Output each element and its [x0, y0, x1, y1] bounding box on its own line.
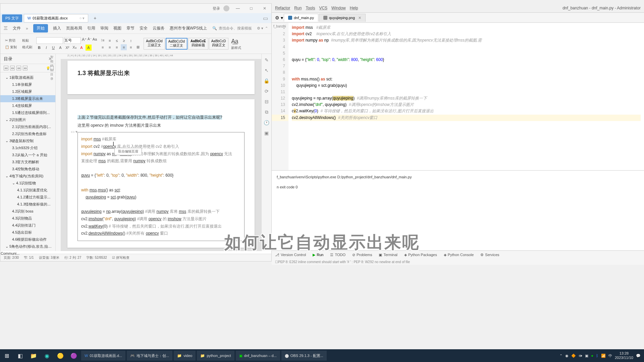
- task-obs[interactable]: ⬤OBS 29.1.3 - 配置...: [281, 351, 327, 361]
- toc-item[interactable]: 4.1.2通过方框显示...: [0, 194, 55, 201]
- pep-checkbox[interactable]: ☐: [275, 260, 278, 264]
- tray-app-icon[interactable]: ▣: [585, 354, 588, 358]
- minimize-button[interactable]: —: [233, 5, 243, 12]
- font-size-select[interactable]: [64, 37, 81, 44]
- font-decrease-icon[interactable]: A⁻: [88, 37, 92, 44]
- breadcrumb[interactable]: f_banzhi: [273, 24, 286, 28]
- doc-para-2[interactable]: 这里用 opencv 的 imshow 方法将图片显示出来: [77, 122, 245, 129]
- align-right-icon[interactable]: ≡: [114, 44, 120, 50]
- menu-chapter[interactable]: 章节: [126, 25, 135, 31]
- underline-button[interactable]: U: [50, 45, 56, 51]
- search-placeholder[interactable]: 查找命令、搜索模板: [219, 26, 252, 31]
- task-pycharm[interactable]: ▣dnf_banzhuan – d...: [236, 351, 280, 361]
- run-config-icon[interactable]: ⚙ ▾: [275, 14, 283, 22]
- tabs-menu-icon[interactable]: ▭: [263, 15, 268, 21]
- toc-item[interactable]: 3.3官方文档解析: [0, 159, 55, 166]
- menu-insert[interactable]: 插入: [53, 25, 61, 31]
- status-page[interactable]: 页面: 2/30: [4, 255, 19, 260]
- cursor-icon[interactable]: ↖: [265, 68, 269, 73]
- toc-tool-4[interactable]: ▭: [23, 66, 28, 70]
- toc-item[interactable]: 1.2区域截屏: [0, 88, 55, 95]
- bt-services[interactable]: ⚙ Services: [480, 253, 499, 257]
- task-dnf-game[interactable]: 🎮地下城与勇士：创...: [127, 351, 172, 361]
- copy-button[interactable]: 📋复制: [4, 44, 18, 50]
- menu-cloud[interactable]: 云服务: [153, 25, 165, 31]
- page-margin-icon[interactable]: ▭ ▾: [71, 129, 77, 134]
- bold-button[interactable]: B: [36, 45, 42, 51]
- toc-tool-1[interactable]: ▭: [4, 66, 8, 70]
- menu-run[interactable]: Run: [294, 6, 302, 10]
- page-footer-tooltip[interactable]: 双击编辑页眉: [114, 148, 142, 155]
- numbering-icon[interactable]: ≡: [107, 38, 113, 44]
- menu-help[interactable]: Help: [350, 6, 358, 10]
- menu-quote[interactable]: 引用: [87, 25, 95, 31]
- doc-scroll[interactable]: 2 | 4 | 6 | 8 | 10 | 12 | 14 | 16 | 18 |…: [61, 54, 261, 251]
- strike-button[interactable]: A: [57, 45, 63, 51]
- format-painter-button[interactable]: 格式刷: [21, 44, 34, 50]
- status-section[interactable]: 节: 1/1: [24, 255, 34, 260]
- menu-vcs[interactable]: VCS: [319, 6, 327, 10]
- toc-tool-2[interactable]: ▭: [10, 66, 15, 70]
- wps-logo-tab[interactable]: PS 文字: [2, 14, 22, 22]
- tray-volume-icon[interactable]: 🕪: [579, 354, 582, 358]
- pencil-icon[interactable]: ✎: [265, 57, 269, 63]
- menu-tools[interactable]: Tools: [306, 6, 315, 10]
- tray-qq-icon[interactable]: 🔶: [571, 354, 576, 358]
- menu-layout[interactable]: 页面布局: [66, 25, 82, 31]
- bt-console[interactable]: ◈ Python Console: [444, 253, 474, 257]
- doc-para-1[interactable]: 上面 2 节做完以后是将截图保存到文件,然后手动打开，如何让它自动显示出来呢?: [77, 114, 245, 121]
- taskview-icon[interactable]: ◧: [13, 349, 27, 362]
- toc-item[interactable]: ⌄ 4地下城内(当前房间): [0, 173, 55, 180]
- indent-inc-icon[interactable]: ≥: [121, 38, 127, 44]
- start-button[interactable]: ⊞: [0, 349, 13, 362]
- line-numbers-gutter[interactable]: 123456789101112131415: [272, 23, 288, 170]
- toc-item[interactable]: 4.5选出目标: [0, 229, 55, 236]
- font-family-select[interactable]: [36, 37, 63, 44]
- toc-item[interactable]: 5.1方位: [0, 250, 55, 251]
- ruler-horizontal[interactable]: 2 | 4 | 6 | 8 | 10 | 12 | 14 | 16 | 18 |…: [61, 54, 261, 59]
- style-box-4[interactable]: AaBbCcD四级正文: [209, 38, 228, 50]
- new-style-group[interactable]: A͟a 新样式: [231, 38, 241, 50]
- toc-item[interactable]: ⌄ 2识别图片: [0, 116, 55, 123]
- document-tab[interactable]: W 01获取游戏画面.docx ○ ▾: [24, 14, 89, 22]
- toc-item[interactable]: 4.1.3怪物坐标值的...: [0, 201, 55, 208]
- ruler-vertical[interactable]: [56, 54, 61, 251]
- bullets-icon[interactable]: ⁝≡: [100, 38, 106, 44]
- toc-item[interactable]: 3.2从输入一个 a 开始: [0, 152, 55, 159]
- explorer-icon[interactable]: 📁: [27, 349, 40, 362]
- super-button[interactable]: X²: [64, 45, 70, 51]
- menu-start[interactable]: 开始: [33, 24, 48, 33]
- border-icon[interactable]: ⊞: [135, 44, 141, 50]
- taskbar-clock[interactable]: 13:28 2023/11/10: [615, 351, 633, 360]
- style-box-1[interactable]: AaBbCcDd三级正文: [144, 38, 165, 50]
- history-icon[interactable]: 🕐: [264, 120, 269, 125]
- doc-page-2[interactable]: 上面 2 节做完以后是将截图保存到文件,然后手动打开，如何让它自动显示出来呢? …: [67, 99, 255, 248]
- add-tab-button[interactable]: +: [92, 15, 98, 21]
- menu-security[interactable]: 安全: [140, 25, 148, 31]
- tray-wifi-icon[interactable]: 📶: [601, 354, 606, 358]
- tab-quyujieping[interactable]: quyujieping.png ✕: [319, 14, 366, 22]
- sync-icon[interactable]: ⟳: [265, 88, 269, 94]
- align-dist-icon[interactable]: ≡: [128, 44, 134, 50]
- toc-item[interactable]: 4.4识别传送门: [0, 222, 55, 229]
- task-wps-doc[interactable]: W01获取游戏画面.d...: [81, 351, 125, 361]
- cut-button[interactable]: ✂剪切: [4, 38, 18, 44]
- app-icon[interactable]: 🟣: [67, 349, 80, 362]
- align-justify-icon[interactable]: ≡: [121, 44, 127, 50]
- doc-page-1-bottom[interactable]: 1.3 将截屏显示出来: [67, 61, 255, 94]
- toc-item[interactable]: 2.2识别当前角色坐标: [0, 130, 55, 137]
- menu-file[interactable]: 文件: [13, 25, 21, 31]
- toc-item[interactable]: 1.1单张截屏: [0, 81, 55, 88]
- menu-window[interactable]: Window: [331, 6, 346, 10]
- toc-item[interactable]: 1.5通过连续截屏得到...: [0, 109, 55, 116]
- tray-wechat-icon[interactable]: ●: [591, 354, 593, 358]
- status-pos[interactable]: 设置值: 3厘米: [39, 255, 59, 260]
- task-python-project[interactable]: 📁python_project: [197, 351, 234, 361]
- linespace-icon[interactable]: ↕: [128, 38, 134, 44]
- highlight-button[interactable]: A: [86, 45, 92, 51]
- toc-item[interactable]: 4.1.1识别速度优化: [0, 187, 55, 194]
- box-icon[interactable]: ▣: [264, 130, 269, 136]
- menu-huizhou[interactable]: 惠州市专属WPS线上: [170, 25, 207, 31]
- edge-icon[interactable]: ◉: [40, 349, 54, 362]
- menu-review[interactable]: 审阅: [100, 25, 108, 31]
